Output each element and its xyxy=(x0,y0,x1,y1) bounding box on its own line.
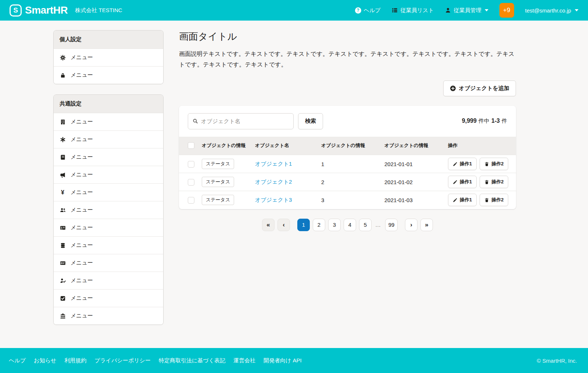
pencil-icon xyxy=(453,180,458,184)
sidebar-section-common: 共通設定 メニュー メニュー メニュー xyxy=(53,94,164,325)
search-icon xyxy=(193,118,198,124)
page-button-99[interactable]: 99 xyxy=(385,219,398,231)
sidebar-item-building-menu[interactable]: メニュー xyxy=(54,113,163,130)
employee-admin-dropdown[interactable]: 従業員管理 xyxy=(445,7,488,14)
first-page-button[interactable]: « xyxy=(262,219,275,231)
footer-link-help[interactable]: ヘルプ xyxy=(9,357,26,364)
trash-icon xyxy=(484,162,489,166)
row-checkbox[interactable] xyxy=(188,161,194,168)
sidebar-item-database-menu[interactable]: メニュー xyxy=(54,236,163,254)
help-button[interactable]: ヘルプ xyxy=(355,7,381,14)
edit-action-button[interactable]: 操作1 xyxy=(448,158,477,170)
sidebar-item-label: メニュー xyxy=(71,224,93,231)
page-button-1[interactable]: 1 xyxy=(297,219,310,231)
help-question-icon xyxy=(355,7,361,14)
prev-page-button[interactable]: ‹ xyxy=(277,219,290,231)
search-button[interactable]: 検索 xyxy=(298,113,323,129)
footer-link-news[interactable]: お知らせ xyxy=(34,357,56,364)
sidebar-item-label: メニュー xyxy=(71,171,93,178)
trash-icon xyxy=(484,198,489,202)
app-footer: ヘルプ お知らせ 利用規約 プライバシーポリシー 特定商取引法に基づく表記 運営… xyxy=(0,348,588,373)
sidebar-section-title: 個人設定 xyxy=(54,31,163,49)
sidebar-item-gear-menu[interactable]: メニュー xyxy=(54,49,163,66)
sidebar-item-person-check-menu[interactable]: メニュー xyxy=(54,272,163,289)
edit-action-button[interactable]: 操作1 xyxy=(448,176,477,188)
table-row: ステータス オブジェクト1 1 2021-01-01 操作1 xyxy=(179,155,516,173)
footer-link-commerce-law[interactable]: 特定商取引法に基づく表記 xyxy=(159,357,225,364)
last-page-button[interactable]: » xyxy=(420,219,433,231)
object-date: 2021-01-03 xyxy=(381,191,444,209)
employee-admin-label: 従業員管理 xyxy=(454,7,481,14)
caret-down-icon xyxy=(485,9,488,11)
sidebar-item-megaphone-menu[interactable]: メニュー xyxy=(54,166,163,183)
object-date: 2021-01-02 xyxy=(381,173,444,191)
sidebar-item-label: メニュー xyxy=(71,118,93,125)
employee-list-button[interactable]: 従業員リスト xyxy=(392,7,434,14)
footer-link-privacy[interactable]: プライバシーポリシー xyxy=(94,357,151,364)
select-all-checkbox[interactable] xyxy=(188,142,194,149)
page-button-4[interactable]: 4 xyxy=(344,219,356,231)
row-checkbox[interactable] xyxy=(188,197,194,204)
footer-link-terms[interactable]: 利用規約 xyxy=(64,357,86,364)
tenant-name: 株式会社 TESTINC xyxy=(75,7,122,14)
next-page-button[interactable]: › xyxy=(405,219,417,231)
delete-action-button[interactable]: 操作2 xyxy=(480,176,508,188)
page-button-5[interactable]: 5 xyxy=(359,219,372,231)
sidebar-item-label: メニュー xyxy=(71,54,93,61)
plus-circle-icon xyxy=(450,85,456,92)
payment-card-icon xyxy=(60,260,66,266)
sidebar-item-label: メニュー xyxy=(71,136,93,143)
account-menu[interactable]: test@smarthr.co.jp xyxy=(525,7,578,14)
page-button-2[interactable]: 2 xyxy=(313,219,325,231)
object-link[interactable]: オブジェクト2 xyxy=(255,179,292,185)
sidebar-item-users-menu[interactable]: メニュー xyxy=(54,201,163,219)
person-check-icon xyxy=(60,277,66,284)
pagination-ellipsis: … xyxy=(374,222,382,228)
sidebar-item-asterisk-menu[interactable]: メニュー xyxy=(54,130,163,148)
page-button-3[interactable]: 3 xyxy=(328,219,341,231)
sidebar-item-label: メニュー xyxy=(71,312,93,319)
footer-link-company[interactable]: 運営会社 xyxy=(233,357,255,364)
sidebar-item-payment-card-menu[interactable]: メニュー xyxy=(54,254,163,272)
yen-icon xyxy=(60,189,66,196)
column-header: オブジェクトの情報 xyxy=(198,137,251,155)
checkbox-check-icon xyxy=(60,295,66,301)
account-email: test@smarthr.co.jp xyxy=(525,7,571,14)
sidebar-item-book-menu[interactable]: メニュー xyxy=(54,148,163,166)
status-badge: ステータス xyxy=(202,177,234,187)
copyright: © SmartHR, Inc. xyxy=(537,358,577,364)
sidebar-item-label: メニュー xyxy=(71,295,93,302)
pencil-icon xyxy=(453,198,458,202)
main-panel: 画面タイトル 画面説明テキストです。テキストです。テキストです。テキストです。テ… xyxy=(179,30,516,231)
sidebar-item-checkbox-menu[interactable]: メニュー xyxy=(54,289,163,307)
object-link[interactable]: オブジェクト3 xyxy=(255,197,292,203)
pagination: « ‹ 1 2 3 4 5 … 99 › » xyxy=(179,219,516,231)
sidebar-item-bank-menu[interactable]: メニュー xyxy=(54,307,163,324)
help-label: ヘルプ xyxy=(364,7,381,14)
sidebar-item-label: メニュー xyxy=(71,154,93,161)
table-row: ステータス オブジェクト3 3 2021-01-03 操作1 xyxy=(179,191,516,209)
book-icon xyxy=(60,154,66,160)
delete-action-button[interactable]: 操作2 xyxy=(480,194,508,206)
add-object-button[interactable]: オブジェクトを追加 xyxy=(443,80,516,96)
object-name-input[interactable] xyxy=(201,118,289,124)
sidebar-item-label: メニュー xyxy=(71,277,93,284)
database-icon xyxy=(60,242,66,248)
pencil-icon xyxy=(453,162,458,166)
notification-badge[interactable]: +9 xyxy=(499,3,514,18)
sidebar-item-label: メニュー xyxy=(71,72,93,79)
sidebar-item-lock-menu[interactable]: メニュー xyxy=(54,66,163,84)
delete-action-button[interactable]: 操作2 xyxy=(480,158,508,170)
app-header: S SmartHR 株式会社 TESTINC ヘルプ 従業員リスト 従業員管理 … xyxy=(0,0,588,21)
sidebar-item-id-card-menu[interactable]: メニュー xyxy=(54,219,163,236)
sidebar-item-label: メニュー xyxy=(71,189,93,196)
sidebar-item-yen-menu[interactable]: メニュー xyxy=(54,183,163,201)
status-badge: ステータス xyxy=(202,159,234,169)
header-nav: ヘルプ 従業員リスト 従業員管理 +9 test@smarthr.co.jp xyxy=(355,3,578,18)
object-link[interactable]: オブジェクト1 xyxy=(255,161,292,167)
lock-icon xyxy=(60,72,66,78)
smarthr-logo[interactable]: S SmartHR xyxy=(10,4,68,17)
edit-action-button[interactable]: 操作1 xyxy=(448,194,477,206)
row-checkbox[interactable] xyxy=(188,179,194,186)
footer-link-developer-api[interactable]: 開発者向け API xyxy=(263,357,302,364)
